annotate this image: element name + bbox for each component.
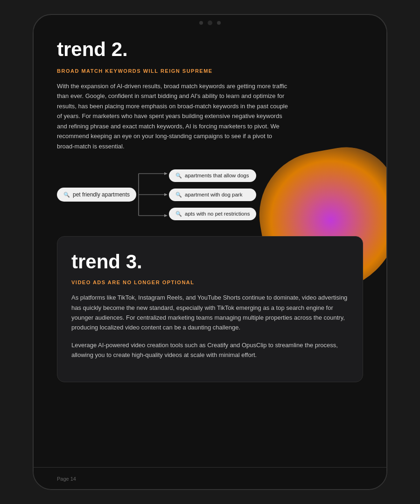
keyword-diagram: 🔍 pet friendly apartments	[57, 164, 363, 225]
target-search-icon-2: 🔍	[175, 192, 182, 198]
source-keyword-pill: 🔍 pet friendly apartments	[57, 188, 136, 202]
connector-svg	[136, 164, 169, 225]
target-pill-1: 🔍 apartments that allow dogs	[169, 169, 256, 182]
camera-bar	[34, 15, 386, 29]
trend2-subtitle: BROAD MATCH KEYWORDS WILL REIGN SUPREME	[57, 68, 363, 74]
trend3-title: trend 3.	[71, 251, 349, 273]
target-keyword-label-3: apts with no pet restrictions	[185, 211, 250, 217]
svg-marker-5	[164, 193, 168, 196]
camera-dot-2	[208, 21, 212, 25]
camera-dot-1	[199, 21, 203, 25]
tablet-frame: trend 2. BROAD MATCH KEYWORDS WILL REIGN…	[33, 14, 387, 490]
trend3-card: trend 3. VIDEO ADS ARE NO LONGER OPTIONA…	[57, 236, 363, 382]
target-search-icon-1: 🔍	[175, 173, 182, 179]
page-number: Page 14	[57, 476, 76, 482]
target-keyword-label-1: apartments that allow dogs	[185, 173, 249, 178]
svg-marker-6	[164, 214, 168, 217]
target-search-icon-3: 🔍	[175, 211, 182, 217]
target-keyword-label-2: apartment with dog park	[185, 192, 242, 197]
trend3-body2: Leverage AI-powered video creation tools…	[71, 340, 349, 360]
trend3-subtitle: VIDEO ADS ARE NO LONGER OPTIONAL	[71, 280, 349, 285]
source-search-icon: 🔍	[63, 192, 70, 198]
page-footer: Page 14	[34, 467, 386, 489]
trend3-body1: As platforms like TikTok, Instagram Reel…	[71, 293, 349, 333]
trend2-title: trend 2.	[57, 38, 363, 61]
camera-dot-3	[217, 21, 221, 25]
target-pill-3: 🔍 apts with no pet restrictions	[169, 208, 256, 220]
target-keyword-pills: 🔍 apartments that allow dogs 🔍 apartment…	[169, 169, 256, 220]
svg-marker-4	[164, 172, 168, 175]
source-keyword-label: pet friendly apartments	[73, 191, 130, 198]
trend2-body: With the expansion of AI-driven results,…	[57, 81, 290, 151]
target-pill-2: 🔍 apartment with dog park	[169, 189, 256, 201]
page-content: trend 2. BROAD MATCH KEYWORDS WILL REIGN…	[34, 29, 386, 467]
